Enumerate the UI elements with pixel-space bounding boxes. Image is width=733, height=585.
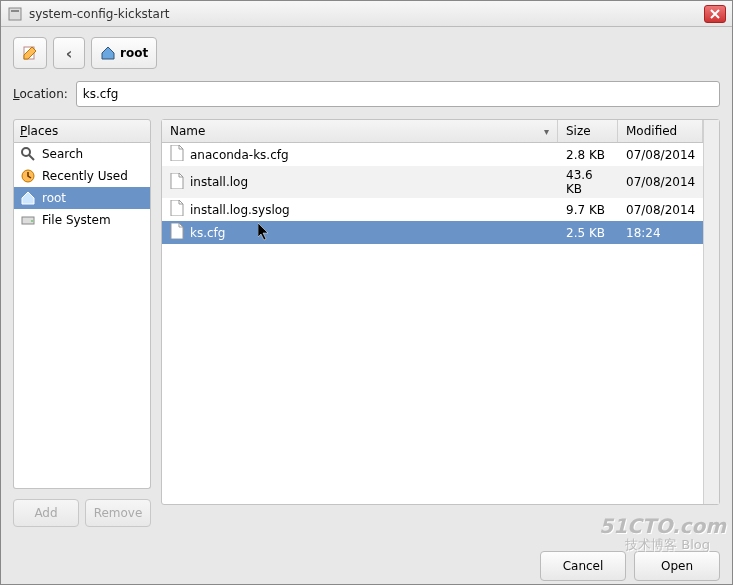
column-size[interactable]: Size [558, 120, 618, 142]
file-size: 2.8 KB [558, 146, 618, 164]
location-row: Location: [13, 81, 720, 107]
file-name: ks.cfg [190, 226, 225, 240]
sidebar-item-label: Search [42, 147, 83, 161]
file-icon [170, 173, 184, 192]
sort-indicator-icon: ▾ [544, 126, 549, 137]
file-row[interactable]: install.log.syslog9.7 KB07/08/2014 [162, 198, 703, 221]
file-name: anaconda-ks.cfg [190, 148, 289, 162]
open-button[interactable]: Open [634, 551, 720, 581]
app-icon [7, 6, 23, 22]
home-icon [100, 45, 116, 61]
back-button[interactable]: ‹ [53, 37, 85, 69]
file-icon [170, 145, 184, 164]
sidebar-item-label: File System [42, 213, 111, 227]
file-icon [170, 200, 184, 219]
home-icon [20, 190, 36, 206]
path-segment-root[interactable]: root [91, 37, 157, 69]
search-icon [20, 146, 36, 162]
svg-point-3 [22, 148, 30, 156]
sidebar-item-recent[interactable]: Recently Used [14, 165, 150, 187]
file-rows: anaconda-ks.cfg2.8 KB07/08/2014install.l… [162, 143, 703, 244]
sidebar-item-root[interactable]: root [14, 187, 150, 209]
location-input[interactable] [76, 81, 720, 107]
file-size: 43.6 KB [558, 166, 618, 198]
column-headers: Name▾ Size Modified [162, 120, 703, 143]
column-name[interactable]: Name▾ [162, 120, 558, 142]
file-icon [170, 223, 184, 242]
clock-icon [20, 168, 36, 184]
sidebar: Places Search Recently Used root File Sy… [13, 119, 151, 527]
file-list: Name▾ Size Modified anaconda-ks.cfg2.8 K… [161, 119, 720, 505]
file-row[interactable]: anaconda-ks.cfg2.8 KB07/08/2014 [162, 143, 703, 166]
remove-place-button[interactable]: Remove [85, 499, 151, 527]
titlebar: system-config-kickstart [1, 1, 732, 27]
file-row[interactable]: ks.cfg2.5 KB18:24 [162, 221, 703, 244]
file-size: 2.5 KB [558, 224, 618, 242]
file-name: install.log.syslog [190, 203, 290, 217]
file-row[interactable]: install.log43.6 KB07/08/2014 [162, 166, 703, 198]
sidebar-item-label: root [42, 191, 66, 205]
places-buttons: Add Remove [13, 499, 151, 527]
path-label: root [120, 46, 148, 60]
sidebar-item-search[interactable]: Search [14, 143, 150, 165]
drive-icon [20, 212, 36, 228]
file-modified: 07/08/2014 [618, 146, 703, 164]
dialog-buttons: Cancel Open [1, 537, 732, 581]
edit-location-button[interactable] [13, 37, 47, 69]
file-modified: 07/08/2014 [618, 201, 703, 219]
file-modified: 07/08/2014 [618, 173, 703, 191]
svg-point-6 [31, 220, 33, 222]
file-name: install.log [190, 175, 248, 189]
svg-rect-1 [11, 10, 19, 12]
chevron-left-icon: ‹ [66, 44, 73, 63]
cancel-button[interactable]: Cancel [540, 551, 626, 581]
places-header[interactable]: Places [13, 119, 151, 143]
file-modified: 18:24 [618, 224, 703, 242]
file-pane: Name▾ Size Modified anaconda-ks.cfg2.8 K… [161, 119, 720, 527]
toolbar: ‹ root [13, 37, 720, 69]
file-size: 9.7 KB [558, 201, 618, 219]
scrollbar[interactable] [703, 120, 719, 504]
close-button[interactable] [704, 5, 726, 23]
main-area: Places Search Recently Used root File Sy… [13, 119, 720, 527]
dialog-content: ‹ root Location: Places Search Recently … [1, 27, 732, 537]
sidebar-item-filesystem[interactable]: File System [14, 209, 150, 231]
svg-rect-0 [9, 8, 21, 20]
sidebar-item-label: Recently Used [42, 169, 128, 183]
location-label: Location: [13, 87, 68, 101]
window-title: system-config-kickstart [29, 7, 704, 21]
add-place-button[interactable]: Add [13, 499, 79, 527]
places-list: Search Recently Used root File System [13, 143, 151, 489]
column-modified[interactable]: Modified [618, 120, 703, 142]
